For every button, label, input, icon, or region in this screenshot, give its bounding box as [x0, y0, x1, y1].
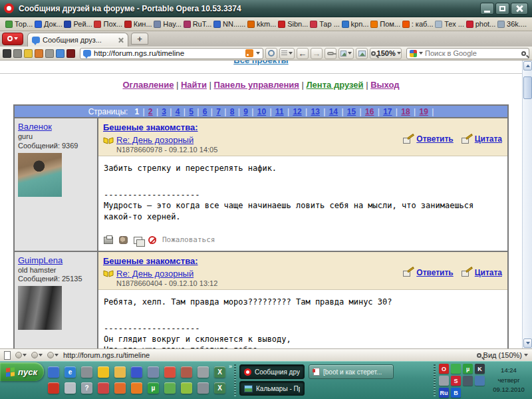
address-field[interactable]: http://forum.ngs.ru/timeline — [80, 48, 263, 59]
wand-button[interactable] — [325, 48, 336, 59]
back-button[interactable]: ← — [297, 48, 309, 59]
internet-explorer-icon[interactable]: e — [65, 366, 76, 378]
notes-panel-icon[interactable] — [24, 49, 33, 58]
alert-panel-icon[interactable] — [13, 49, 22, 58]
chat-panel-icon[interactable] — [56, 49, 65, 58]
pagination-page-11[interactable]: 11 — [275, 107, 284, 116]
kaspersky-icon[interactable]: K — [475, 364, 485, 374]
bookmark-item[interactable]: RuT... — [184, 20, 212, 28]
list-dropdown-button[interactable] — [279, 48, 295, 59]
nav-link-1[interactable]: Оглавление — [122, 80, 174, 90]
quote-link[interactable]: „ Цитата — [462, 134, 502, 144]
pagination-page-13[interactable]: 13 — [311, 107, 320, 116]
my-computer-icon[interactable] — [148, 366, 159, 378]
search-engine-dropdown-icon[interactable] — [419, 52, 423, 55]
pagination-page-3[interactable]: 3 — [162, 107, 166, 116]
topic-link[interactable]: Re: День дозорный — [116, 135, 194, 145]
cd-icon[interactable] — [65, 382, 76, 394]
bookmark-item[interactable]: phot... — [466, 20, 496, 28]
images-toggle-button[interactable] — [356, 48, 368, 59]
bookmark-item[interactable]: NN...... — [213, 20, 245, 28]
reply-link[interactable]: Ответить — [403, 134, 453, 144]
add-friend-icon[interactable] — [119, 236, 128, 244]
opera-tray-icon[interactable]: O — [439, 364, 449, 374]
forum-section-link[interactable]: Бешеные знакомства: — [103, 122, 198, 132]
pagination-page-2[interactable]: 2 — [148, 107, 153, 116]
recycle-icon[interactable] — [451, 364, 461, 374]
report-icon[interactable] — [148, 236, 156, 244]
address-dropdown-icon[interactable] — [256, 52, 260, 55]
signal-icon[interactable] — [463, 376, 473, 386]
chrome-icon[interactable] — [164, 366, 176, 378]
bookmark-item[interactable]: Пох... — [94, 20, 122, 28]
pagination-page-10[interactable]: 10 — [257, 107, 266, 116]
usb-icon[interactable] — [439, 376, 449, 386]
excel-2-icon[interactable]: X — [214, 382, 225, 394]
bookmark-item[interactable]: Тор... — [5, 20, 33, 28]
pagination-page-18[interactable]: 18 — [401, 107, 410, 116]
url-text[interactable]: http://forum.ngs.ru/timeline — [94, 49, 243, 57]
skype-s-icon[interactable]: S — [451, 376, 461, 386]
bookmark-item[interactable]: Кин... — [124, 20, 152, 28]
topic-link[interactable]: Re: День дозорный — [116, 269, 194, 279]
search-input[interactable] — [425, 49, 519, 57]
nav-link-2[interactable]: Найти — [181, 80, 207, 90]
paint-icon[interactable] — [114, 382, 126, 394]
firefox-icon[interactable] — [131, 382, 142, 394]
vertical-scrollbar[interactable] — [522, 61, 532, 348]
history-panel-icon[interactable] — [45, 49, 54, 58]
forward-button[interactable]: → — [311, 48, 323, 59]
user-link[interactable]: GuimpLena — [18, 255, 63, 265]
pagination-page-15[interactable]: 15 — [347, 107, 356, 116]
nav-link-5[interactable]: Выход — [370, 80, 399, 90]
cd-help-icon[interactable]: ? — [81, 382, 92, 394]
taskbar-button-opera[interactable]: Сообщния друзей ... — [239, 364, 305, 379]
scrollbar-thumb[interactable] — [523, 76, 532, 99]
taskbar-handle[interactable] — [434, 364, 436, 396]
window-titlebar[interactable]: Сообщния друзей на форуме - Portable Ope… — [0, 0, 532, 17]
view-zoom-control[interactable]: Вид (150%) — [477, 351, 528, 359]
winamp-icon[interactable] — [98, 366, 109, 378]
bookmark-item[interactable]: kpn... — [342, 20, 369, 28]
pagination-page-17[interactable]: 17 — [383, 107, 392, 116]
pagination-page-5[interactable]: 5 — [189, 107, 194, 116]
minimize-button[interactable] — [480, 3, 494, 15]
taskbar-handle[interactable] — [234, 364, 236, 396]
user-link[interactable]: Валенок — [18, 122, 52, 132]
pagination-page-7[interactable]: 7 — [216, 107, 221, 116]
image-viewer-icon[interactable] — [475, 376, 485, 386]
close-button[interactable] — [511, 3, 528, 15]
start-button[interactable]: пуск — [0, 362, 44, 381]
drive-icon[interactable] — [198, 382, 209, 394]
document-icon[interactable] — [98, 382, 109, 394]
print-icon[interactable] — [104, 237, 113, 244]
statusbar-icon[interactable] — [15, 352, 27, 358]
forum-section-link[interactable]: Бешеные знакомства: — [103, 256, 198, 266]
pagination-page-14[interactable]: 14 — [329, 107, 338, 116]
device-icon[interactable] — [198, 366, 209, 378]
tab-active[interactable]: Сообщния друз... — [27, 33, 128, 47]
taskbar-clock[interactable]: 14:24 четверг 09.12.2010 — [487, 366, 530, 395]
pagination-page-6[interactable]: 6 — [203, 107, 207, 116]
bookmark-item[interactable]: 36k.... — [497, 20, 527, 28]
bookmark-item[interactable]: Нау... — [154, 20, 182, 28]
bookmark-item[interactable]: Док... — [35, 20, 63, 28]
pagination-page-19[interactable]: 19 — [419, 107, 428, 116]
pagination-page-16[interactable]: 16 — [365, 107, 374, 116]
tab-close-icon[interactable] — [118, 37, 124, 43]
bookmark-item[interactable]: Тех ... — [435, 20, 464, 28]
bookmark-item[interactable]: Рей... — [64, 20, 92, 28]
rss-icon[interactable] — [245, 49, 253, 57]
nav-link-3[interactable]: Панель управления — [214, 80, 299, 90]
utorrent-tray-icon[interactable]: µ — [463, 364, 473, 374]
bookmark-item[interactable]: kkm... — [247, 20, 276, 28]
cd-burn-icon[interactable] — [181, 366, 192, 378]
fit-width-button[interactable] — [338, 48, 354, 59]
bookmark-item[interactable]: : каб... — [402, 20, 434, 28]
taskbar-button-notepad[interactable]: [boot и как стерет... — [309, 364, 394, 379]
bookmark-item[interactable]: Пом... — [370, 20, 400, 28]
zoom-control[interactable]: 150% — [370, 48, 402, 59]
nav-link-4[interactable]: Лента друзей — [307, 80, 364, 90]
pagination-page-4[interactable]: 4 — [176, 107, 180, 116]
statusbar-icon[interactable] — [31, 352, 43, 358]
